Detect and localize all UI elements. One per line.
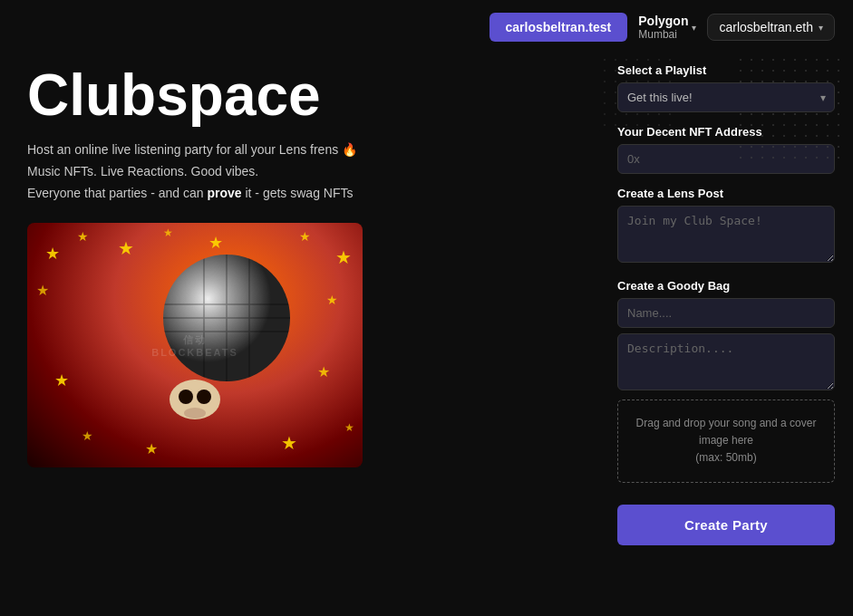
nft-address-input[interactable] [617,144,835,174]
network-chevron-icon: ▾ [692,23,696,33]
svg-text:★: ★ [344,421,354,434]
network-sub: Mumbai [638,28,677,41]
header: carlosbeltran.test Polygon Mumbai ▾ carl… [0,0,853,54]
svg-point-26 [184,408,206,419]
main-layout: Clubspace Host an online live listening … [0,54,853,616]
svg-text:★: ★ [299,229,311,244]
description-line3-suffix: it - gets swag NFTs [242,186,354,200]
lens-post-section: Create a Lens Post [617,187,835,266]
network-name: Polygon [638,14,688,28]
svg-text:★: ★ [45,245,60,263]
svg-text:★: ★ [118,238,134,258]
svg-point-24 [179,390,193,404]
lens-post-textarea[interactable] [617,206,835,263]
svg-text:★: ★ [82,428,93,443]
wallet-chevron-icon: ▾ [819,23,823,33]
description-line3-prefix: Everyone that parties - and can [27,186,207,200]
svg-text:★: ★ [326,293,338,307]
wallet-address: carlosbeltran.eth [719,20,813,34]
right-panel: Select a Playlist Get this live! ▾ Your … [617,54,835,616]
svg-text:★: ★ [36,283,49,298]
lens-post-label: Create a Lens Post [617,187,835,200]
nft-address-section: Your Decent NFT Address [617,125,835,174]
create-party-button[interactable]: Create Party [617,505,835,545]
svg-text:★: ★ [54,371,69,390]
left-panel: Clubspace Host an online live listening … [27,54,581,616]
playlist-label: Select a Playlist [617,63,835,77]
svg-text:★: ★ [77,229,89,244]
hero-image: ★ ★ ★ ★ ★ ★ ★ ★ ★ ★ ★ ★ ★ ★ ★ [27,223,363,467]
app-title: Clubspace [27,63,581,127]
playlist-select-wrapper: Get this live! ▾ [617,82,835,112]
svg-text:★: ★ [281,433,297,453]
network-selector[interactable]: Polygon Mumbai ▾ [638,14,696,41]
hero-image-bg: ★ ★ ★ ★ ★ ★ ★ ★ ★ ★ ★ ★ ★ ★ ★ [27,223,363,467]
playlist-select[interactable]: Get this live! [617,82,835,112]
goody-bag-label: Create a Goody Bag [617,279,835,293]
hero-stars-decoration: ★ ★ ★ ★ ★ ★ ★ ★ ★ ★ ★ ★ ★ ★ ★ [27,223,363,467]
playlist-section: Select a Playlist Get this live! ▾ [617,63,835,112]
goody-bag-section: Create a Goody Bag Drag and drop your so… [617,279,835,483]
goody-bag-description-textarea[interactable] [617,333,835,390]
dropzone-text: Drag and drop your song and a cover imag… [636,417,817,464]
description-line2: Music NFTs. Live Reactions. Good vibes. [27,164,258,178]
app-description: Host an online live listening party for … [27,140,581,204]
connect-button[interactable]: carlosbeltran.test [490,13,628,42]
svg-text:★: ★ [145,441,158,457]
svg-text:★: ★ [317,364,330,380]
description-line1: Host an online live listening party for … [27,142,357,157]
svg-point-25 [197,390,211,404]
svg-text:★: ★ [163,226,173,239]
description-prove-bold: prove [207,186,241,200]
svg-text:★: ★ [335,247,352,267]
goody-bag-name-input[interactable] [617,298,835,328]
nft-address-label: Your Decent NFT Address [617,125,835,139]
svg-text:★: ★ [208,234,223,252]
file-dropzone[interactable]: Drag and drop your song and a cover imag… [617,399,835,483]
wallet-button[interactable]: carlosbeltran.eth ▾ [707,14,835,41]
